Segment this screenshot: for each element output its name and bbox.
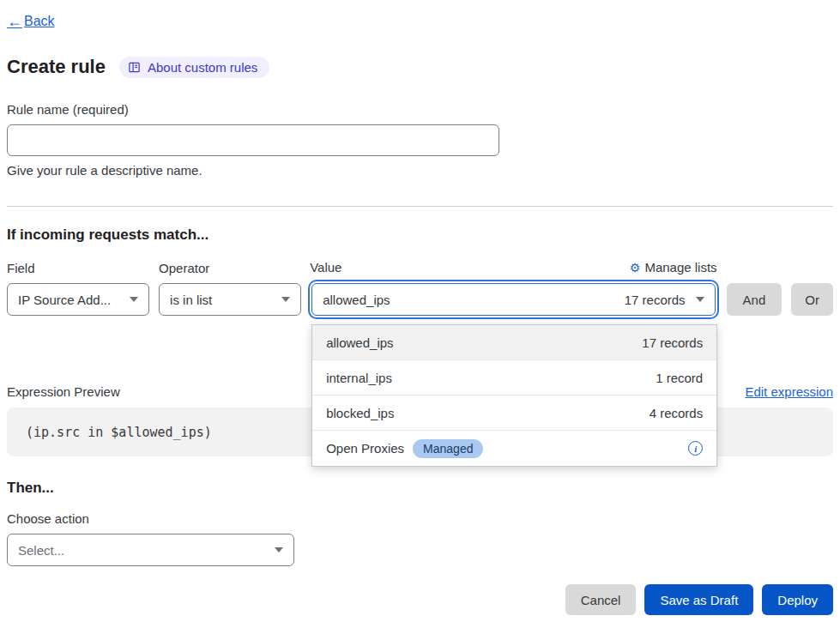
- rule-name-label: Rule name (required): [7, 102, 833, 117]
- list-item-count: 17 records: [642, 335, 703, 350]
- value-select-name: allowed_ips: [323, 293, 614, 307]
- list-item-name: internal_ips: [326, 371, 392, 385]
- action-select[interactable]: Select...: [7, 534, 294, 566]
- value-select[interactable]: allowed_ips 17 records: [311, 283, 715, 316]
- deploy-button[interactable]: Deploy: [762, 584, 833, 615]
- value-label-row: Value ⚙Manage lists: [310, 260, 716, 283]
- field-column: Field IP Source Add...: [7, 260, 149, 316]
- edit-expression-link[interactable]: Edit expression: [745, 384, 833, 399]
- list-item-name: Open Proxies: [326, 441, 404, 456]
- info-icon[interactable]: i: [688, 441, 703, 456]
- create-rule-page: ←Back Create rule About custom rules Rul…: [0, 0, 840, 615]
- operator-column: Operator is in list: [159, 260, 301, 316]
- list-item-count: 4 records: [650, 406, 704, 420]
- action-select-placeholder: Select...: [18, 543, 264, 558]
- expression-preview-label: Expression Preview: [7, 384, 120, 399]
- about-custom-rules-link[interactable]: About custom rules: [119, 57, 269, 78]
- and-button[interactable]: And: [727, 283, 783, 316]
- back-arrow-icon: ←: [7, 14, 22, 29]
- field-label: Field: [7, 260, 149, 283]
- match-section-heading: If incoming requests match...: [7, 226, 833, 244]
- condition-row: Field IP Source Add... Operator is in li…: [7, 260, 833, 316]
- value-select-count: 17 records: [625, 293, 686, 307]
- value-label: Value: [310, 260, 341, 275]
- chevron-down-icon: [275, 547, 283, 552]
- title-row: Create rule About custom rules: [7, 56, 833, 78]
- manage-lists-label: Manage lists: [644, 260, 716, 275]
- or-button[interactable]: Or: [791, 283, 833, 316]
- gear-icon: ⚙: [630, 261, 641, 275]
- list-item-name: allowed_ips: [326, 335, 393, 350]
- list-item-name: blocked_ips: [326, 406, 394, 420]
- page-title: Create rule: [7, 56, 106, 78]
- field-select-value: IP Source Add...: [18, 293, 119, 307]
- list-item-open-proxies[interactable]: Open Proxies Managed i: [312, 431, 716, 466]
- list-item-count: 1 record: [656, 371, 703, 385]
- list-item-internal-ips[interactable]: internal_ips 1 record: [312, 360, 716, 395]
- then-section-heading: Then...: [7, 480, 833, 497]
- choose-action-label: Choose action: [7, 511, 833, 526]
- chevron-down-icon: [130, 297, 138, 302]
- value-column: Value ⚙Manage lists allowed_ips 17 recor…: [310, 260, 716, 316]
- managed-badge: Managed: [413, 439, 483, 458]
- expression-code: (ip.src in $allowed_ips): [26, 425, 212, 440]
- book-icon: [128, 61, 141, 74]
- back-label: Back: [24, 14, 55, 29]
- list-item-allowed-ips[interactable]: allowed_ips 17 records: [312, 325, 716, 360]
- rule-name-helper: Give your rule a descriptive name.: [7, 163, 833, 178]
- chevron-down-icon: [281, 297, 290, 302]
- save-as-draft-button[interactable]: Save as Draft: [644, 584, 753, 615]
- chevron-down-icon: [696, 297, 704, 302]
- rule-name-input[interactable]: [7, 124, 499, 156]
- operator-label: Operator: [159, 260, 301, 283]
- cancel-button[interactable]: Cancel: [565, 584, 637, 615]
- value-dropdown-panel: allowed_ips 17 records internal_ips 1 re…: [311, 324, 717, 467]
- back-link[interactable]: ←Back: [7, 14, 55, 29]
- operator-select[interactable]: is in list: [159, 283, 301, 316]
- field-select[interactable]: IP Source Add...: [7, 283, 149, 316]
- operator-select-value: is in list: [170, 293, 271, 307]
- manage-lists-link[interactable]: ⚙Manage lists: [630, 260, 717, 275]
- section-divider: [7, 206, 833, 207]
- about-badge-label: About custom rules: [148, 60, 257, 75]
- footer-actions: Cancel Save as Draft Deploy: [7, 584, 833, 615]
- list-item-blocked-ips[interactable]: blocked_ips 4 records: [312, 395, 716, 431]
